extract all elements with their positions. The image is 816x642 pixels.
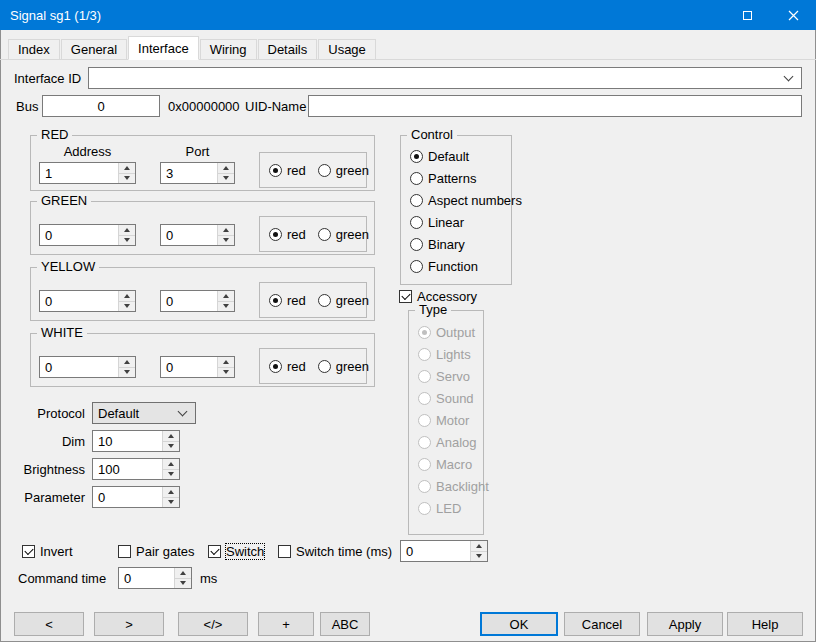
red-radio-green[interactable]: green xyxy=(318,163,369,178)
down-arrow-icon xyxy=(180,581,186,585)
spinner-buttons xyxy=(174,568,191,588)
type-option-led: LED xyxy=(418,501,489,516)
spin-up-button[interactable] xyxy=(162,459,179,469)
brightness-spinbox[interactable]: 100 xyxy=(92,458,180,480)
spinner-buttons xyxy=(470,541,487,561)
green-address-spinbox[interactable]: 0 xyxy=(39,224,136,246)
spin-down-button[interactable] xyxy=(118,235,135,246)
spin-up-button[interactable] xyxy=(174,568,191,578)
code-button[interactable]: </> xyxy=(178,612,248,636)
switch-time-value: 0 xyxy=(401,544,470,559)
type-option-analog: Analog xyxy=(418,435,489,450)
prev-button[interactable]: < xyxy=(14,612,84,636)
spin-up-button[interactable] xyxy=(118,291,135,301)
spin-up-button[interactable] xyxy=(118,225,135,235)
white-radio-red[interactable]: red xyxy=(269,359,306,374)
green-radio-red[interactable]: red xyxy=(269,227,306,242)
control-option-default[interactable]: Default xyxy=(410,149,522,164)
spin-down-button[interactable] xyxy=(162,441,179,452)
white-radio-green[interactable]: green xyxy=(318,359,369,374)
white-port-spinbox[interactable]: 0 xyxy=(160,356,235,378)
white-color-radio-frame: red green xyxy=(259,348,367,384)
uid-name-field[interactable] xyxy=(308,95,802,117)
pair-gates-checkbox[interactable]: Pair gates xyxy=(118,544,195,559)
spin-up-button[interactable] xyxy=(162,487,179,497)
down-arrow-icon xyxy=(223,370,229,374)
spin-down-button[interactable] xyxy=(217,173,234,184)
green-radio-green[interactable]: green xyxy=(318,227,369,242)
tab-details[interactable]: Details xyxy=(258,39,318,59)
yellow-address-spinbox[interactable]: 0 xyxy=(39,290,136,312)
radio-label: red xyxy=(287,227,306,242)
spinner-buttons xyxy=(118,291,135,311)
parameter-spinbox[interactable]: 0 xyxy=(92,486,180,508)
spin-down-button[interactable] xyxy=(217,235,234,246)
command-time-spinbox[interactable]: 0 xyxy=(118,567,192,589)
yellow-radio-red[interactable]: red xyxy=(269,293,306,308)
parameter-value: 0 xyxy=(93,490,162,505)
spin-down-button[interactable] xyxy=(217,367,234,378)
next-button[interactable]: > xyxy=(94,612,164,636)
switch-time-checkbox[interactable]: Switch time (ms) xyxy=(278,544,392,559)
control-option-function[interactable]: Function xyxy=(410,259,522,274)
switch-checkbox[interactable]: Switch xyxy=(208,544,264,559)
control-option-linear[interactable]: Linear xyxy=(410,215,522,230)
spin-down-button[interactable] xyxy=(162,469,179,480)
red-address-spinbox[interactable]: 1 xyxy=(39,162,136,184)
spin-up-button[interactable] xyxy=(217,225,234,235)
spin-up-button[interactable] xyxy=(217,163,234,173)
control-options: Default Patterns Aspect numbers Linear B… xyxy=(410,149,522,274)
cancel-button[interactable]: Cancel xyxy=(564,612,640,636)
spin-up-button[interactable] xyxy=(118,357,135,367)
spin-down-button[interactable] xyxy=(118,173,135,184)
command-time-unit: ms xyxy=(200,571,217,587)
checkbox-label: Invert xyxy=(40,544,73,559)
spin-down-button[interactable] xyxy=(217,301,234,312)
tab-wiring[interactable]: Wiring xyxy=(200,39,257,59)
down-arrow-icon xyxy=(124,370,130,374)
interface-id-combobox[interactable] xyxy=(88,67,802,89)
green-channel-group: GREEN 0 0 red green xyxy=(30,201,375,255)
control-option-patterns[interactable]: Patterns xyxy=(410,171,522,186)
spin-down-button[interactable] xyxy=(118,367,135,378)
control-option-aspect-numbers[interactable]: Aspect numbers xyxy=(410,193,522,208)
add-button[interactable]: + xyxy=(258,612,314,636)
maximize-button[interactable] xyxy=(724,0,770,30)
green-port-spinbox[interactable]: 0 xyxy=(160,224,235,246)
spin-up-button[interactable] xyxy=(162,431,179,441)
help-button[interactable]: Help xyxy=(727,612,803,636)
yellow-radio-green[interactable]: green xyxy=(318,293,369,308)
radio-label: Default xyxy=(428,149,469,164)
red-port-spinbox[interactable]: 3 xyxy=(160,162,235,184)
checkbox-checked-icon xyxy=(208,545,221,558)
ok-button[interactable]: OK xyxy=(480,612,558,636)
spin-down-button[interactable] xyxy=(162,497,179,508)
tab-interface[interactable]: Interface xyxy=(128,36,199,60)
type-option-lights: Lights xyxy=(418,347,489,362)
command-time-label: Command time xyxy=(18,571,106,587)
tab-usage[interactable]: Usage xyxy=(318,39,376,59)
white-address-spinbox[interactable]: 0 xyxy=(39,356,136,378)
spin-down-button[interactable] xyxy=(174,578,191,589)
switch-time-spinbox[interactable]: 0 xyxy=(400,540,488,562)
spinner-buttons xyxy=(217,291,234,311)
control-option-binary[interactable]: Binary xyxy=(410,237,522,252)
spin-up-button[interactable] xyxy=(470,541,487,551)
spin-up-button[interactable] xyxy=(118,163,135,173)
apply-button[interactable]: Apply xyxy=(647,612,723,636)
spin-up-button[interactable] xyxy=(217,291,234,301)
invert-checkbox[interactable]: Invert xyxy=(22,544,73,559)
spin-down-button[interactable] xyxy=(118,301,135,312)
bus-field[interactable]: 0 xyxy=(42,95,160,117)
yellow-port-spinbox[interactable]: 0 xyxy=(160,290,235,312)
close-button[interactable] xyxy=(770,0,816,30)
protocol-combobox[interactable]: Default xyxy=(92,402,196,424)
spin-down-button[interactable] xyxy=(470,551,487,562)
abc-button[interactable]: ABC xyxy=(320,612,370,636)
spin-up-button[interactable] xyxy=(217,357,234,367)
red-radio-red[interactable]: red xyxy=(269,163,306,178)
tab-index[interactable]: Index xyxy=(8,39,60,59)
dim-spinbox[interactable]: 10 xyxy=(92,430,180,452)
tab-general[interactable]: General xyxy=(61,39,127,59)
green-color-radio-frame: red green xyxy=(259,216,367,252)
